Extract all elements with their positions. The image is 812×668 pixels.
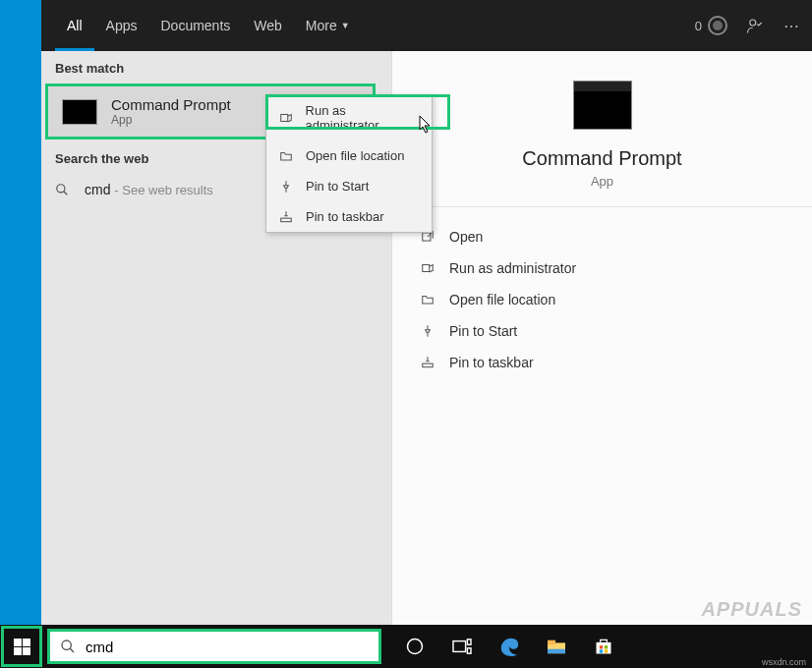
cortana-icon[interactable] (391, 625, 438, 668)
admin-icon (420, 261, 435, 275)
windows-icon (14, 639, 30, 655)
ctx-pin-taskbar[interactable]: Pin to taskbar (266, 201, 432, 232)
tab-more[interactable]: More▼ (294, 0, 362, 51)
preview-subtitle: App (392, 174, 812, 189)
svg-rect-6 (281, 115, 288, 122)
action-label: Pin to taskbar (449, 355, 534, 370)
match-subtitle: App (111, 113, 231, 127)
web-query: cmd (85, 182, 110, 197)
action-pin-start[interactable]: Pin to Start (392, 315, 812, 347)
ctx-pin-start[interactable]: Pin to Start (266, 171, 432, 201)
svg-rect-16 (548, 649, 565, 654)
svg-rect-21 (605, 649, 608, 652)
svg-rect-11 (453, 641, 466, 652)
edge-icon[interactable] (486, 625, 533, 668)
taskbar-icon (278, 210, 294, 224)
action-label: Open file location (449, 292, 555, 307)
svg-rect-17 (597, 642, 611, 654)
start-button[interactable] (1, 626, 42, 667)
cmd-icon (62, 99, 97, 125)
context-menu: Run as administrator Open file location … (265, 94, 433, 233)
svg-point-8 (62, 640, 71, 649)
ctx-label: Run as administrator (306, 103, 420, 133)
action-run-admin[interactable]: Run as administrator (392, 252, 812, 284)
folder-icon (420, 293, 435, 306)
preview-actions: Open Run as administrator Open file loca… (392, 207, 812, 392)
tab-all[interactable]: All (55, 0, 94, 51)
more-options-icon[interactable]: ⋯ (783, 17, 802, 35)
svg-line-9 (70, 648, 74, 652)
search-header: All Apps Documents Web More▼ 0 ⋯ (41, 0, 812, 51)
ctx-label: Pin to taskbar (306, 209, 384, 224)
svg-rect-4 (423, 265, 430, 272)
svg-rect-5 (423, 363, 434, 367)
attribution: wsxdn.com (762, 657, 806, 667)
svg-rect-20 (600, 649, 603, 652)
svg-rect-13 (467, 648, 471, 653)
pin-icon (278, 180, 294, 194)
match-title: Command Prompt (111, 96, 231, 113)
best-match-header: Best match (41, 51, 379, 82)
svg-point-10 (408, 640, 423, 654)
tab-apps[interactable]: Apps (94, 0, 149, 51)
action-pin-taskbar[interactable]: Pin to taskbar (392, 347, 812, 378)
rewards-count[interactable]: 0 (695, 16, 727, 35)
svg-rect-18 (600, 645, 603, 648)
chevron-down-icon: ▼ (341, 21, 350, 30)
search-icon (55, 183, 71, 196)
action-open-location[interactable]: Open file location (392, 284, 812, 315)
svg-rect-12 (467, 640, 471, 644)
store-icon[interactable] (580, 625, 627, 668)
tab-web[interactable]: Web (242, 0, 294, 51)
pin-icon (420, 324, 435, 338)
svg-rect-7 (281, 218, 292, 222)
folder-icon (278, 149, 294, 163)
ctx-label: Open file location (306, 148, 404, 163)
taskbar-icon (420, 356, 435, 369)
watermark: APPUALS (701, 598, 802, 621)
svg-rect-15 (548, 640, 555, 645)
preview-title: Command Prompt (392, 147, 812, 170)
rewards-icon (708, 16, 727, 35)
web-hint: - See web results (114, 183, 212, 197)
feedback-icon[interactable] (745, 17, 765, 34)
action-open[interactable]: Open (392, 221, 812, 252)
action-label: Pin to Start (449, 323, 517, 339)
taskbar (0, 625, 812, 668)
svg-point-1 (57, 185, 65, 193)
svg-line-2 (64, 192, 68, 195)
action-label: Run as administrator (449, 260, 576, 276)
taskbar-search-box[interactable] (47, 629, 381, 664)
action-label: Open (449, 229, 483, 245)
search-icon (60, 639, 76, 654)
preview-column: Command Prompt App Open Run as administr… (391, 51, 812, 625)
ctx-label: Pin to Start (306, 179, 369, 194)
svg-rect-3 (423, 233, 431, 241)
task-view-icon[interactable] (438, 625, 486, 668)
svg-rect-19 (605, 645, 608, 648)
admin-icon (278, 111, 294, 125)
svg-point-0 (750, 20, 756, 26)
search-input[interactable] (86, 639, 369, 655)
file-explorer-icon[interactable] (533, 625, 580, 668)
preview-app-icon (573, 81, 632, 130)
desktop-left-strip (0, 0, 41, 625)
ctx-open-location[interactable]: Open file location (266, 140, 432, 171)
ctx-run-admin[interactable]: Run as administrator (266, 95, 432, 140)
tab-documents[interactable]: Documents (148, 0, 242, 51)
